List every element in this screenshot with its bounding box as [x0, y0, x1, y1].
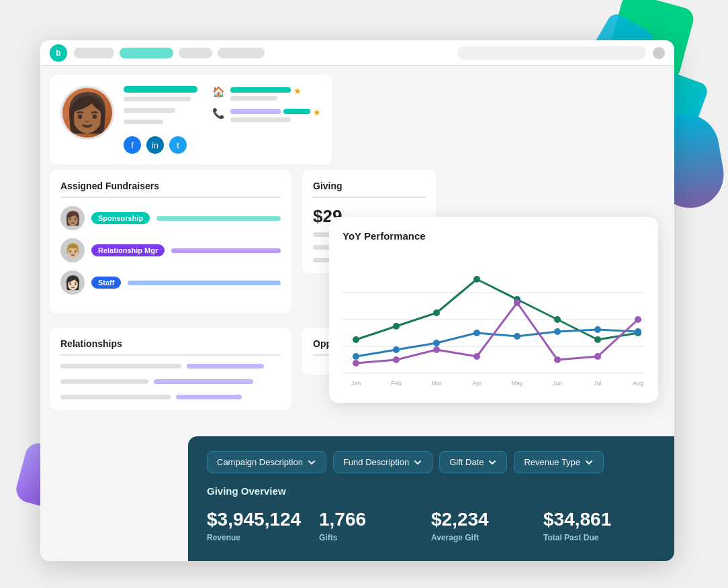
rel-bar-3a: [60, 395, 171, 399]
badge-sponsorship: Sponsorship: [91, 212, 150, 224]
home-star: ★: [293, 86, 302, 96]
yoy-chart-card: YoY Performance: [329, 217, 658, 403]
home-bar-1: [230, 87, 291, 93]
chevron-down-icon-fund: [413, 458, 422, 467]
phone-bar-1b: [283, 109, 310, 114]
svg-text:Jun: Jun: [553, 380, 563, 387]
phone-icon: 📞: [212, 107, 225, 119]
avatar-image: [62, 88, 112, 138]
chevron-down-icon-campaign: [307, 458, 316, 467]
svg-text:Feb: Feb: [391, 380, 402, 387]
profile-info: f in t: [124, 86, 203, 154]
badge-relationship: Relationship Mgr: [91, 244, 165, 256]
relationships-title: Relationships: [60, 338, 281, 356]
svg-point-15: [473, 330, 480, 336]
svg-point-24: [514, 299, 520, 306]
contact-phone-details: ★: [230, 107, 321, 122]
fundraiser-avatar-3: 👩🏻: [60, 271, 85, 295]
profile-bar-3: [124, 119, 163, 124]
rel-bar-1b: [187, 364, 264, 369]
svg-text:Aug: Aug: [633, 380, 643, 387]
profile-section: f in t 🏠 ★ �: [50, 75, 332, 164]
gift-date-dropdown[interactable]: Gift Date: [439, 451, 507, 473]
svg-point-12: [353, 353, 359, 360]
twitter-icon[interactable]: t: [169, 136, 187, 154]
facebook-icon[interactable]: f: [124, 136, 141, 154]
giving-mini-title: Giving: [313, 181, 426, 198]
fund-description-dropdown[interactable]: Fund Description: [333, 451, 433, 473]
revenue-type-label: Revenue Type: [524, 457, 580, 467]
contact-phone-row: 📞 ★: [212, 107, 321, 122]
svg-point-26: [594, 353, 601, 360]
svg-point-13: [393, 346, 400, 353]
svg-point-5: [393, 323, 400, 330]
stat-revenue-label: Revenue: [207, 533, 319, 542]
phone-bar-1: [230, 109, 281, 114]
rel-bar-3b: [176, 395, 242, 399]
svg-point-4: [353, 336, 359, 343]
svg-point-7: [473, 276, 480, 283]
svg-point-23: [473, 353, 480, 360]
fund-description-label: Fund Description: [343, 457, 409, 467]
contact-info: 🏠 ★ 📞 ★: [212, 86, 321, 122]
rel-bar-row-2: [60, 379, 281, 384]
browser-tab-4[interactable]: [218, 48, 265, 58]
svg-point-10: [594, 336, 601, 343]
browser-content: f in t 🏠 ★ �: [40, 66, 674, 561]
campaign-description-dropdown[interactable]: Campaign Description: [207, 451, 326, 473]
bottom-panel: Campaign Description Fund Description Gi…: [188, 436, 674, 561]
chevron-down-icon-revenue: [584, 458, 594, 467]
address-bar[interactable]: [457, 46, 646, 60]
profile-detail-bars: [124, 97, 203, 130]
svg-text:Mar: Mar: [431, 380, 442, 387]
relationships-card: Relationships: [50, 328, 291, 410]
contact-home-details: ★: [230, 86, 321, 101]
browser-tab-2[interactable]: [120, 48, 173, 58]
rel-bars: [60, 364, 281, 399]
fundraiser-row-3: 👩🏻 Staff: [60, 271, 281, 295]
giving-stats-row: $3,945,124 Revenue 1,766 Gifts $2,234 Av…: [207, 509, 655, 542]
revenue-type-dropdown[interactable]: Revenue Type: [514, 451, 604, 473]
contact-home-row: 🏠 ★: [212, 86, 321, 101]
fundraiser-avatar-2: 👨🏼: [60, 238, 85, 262]
profile-bar-1: [124, 97, 191, 101]
fundraiser-bar-1: [156, 216, 281, 221]
rel-bar-2b: [154, 379, 253, 384]
chart-title: YoY Performance: [343, 230, 645, 242]
browser-tab-3[interactable]: [179, 48, 212, 58]
stat-gifts-label: Gifts: [319, 533, 431, 542]
chevron-down-icon-gift: [488, 458, 497, 467]
stat-gifts: 1,766 Gifts: [319, 509, 431, 542]
stat-avg-gift-value: $2,234: [431, 509, 543, 530]
svg-text:Apr: Apr: [472, 380, 482, 387]
giving-overview-title: Giving Overview: [207, 485, 655, 497]
rel-bar-row-3: [60, 395, 281, 399]
stat-avg-gift: $2,234 Average Gift: [431, 509, 543, 542]
svg-point-20: [353, 360, 359, 366]
stat-past-due-label: Total Past Due: [543, 533, 655, 542]
browser-tab-1[interactable]: [74, 48, 114, 58]
linkedin-icon[interactable]: in: [146, 136, 164, 154]
stat-avg-gift-label: Average Gift: [431, 533, 543, 542]
fundraiser-row-1: 👩🏽 Sponsorship: [60, 206, 281, 230]
profile-name-bar: [124, 86, 197, 93]
stat-past-due: $34,861 Total Past Due: [543, 509, 655, 542]
campaign-description-label: Campaign Description: [217, 457, 303, 467]
fundraiser-row-2: 👨🏼 Relationship Mgr: [60, 238, 281, 262]
stat-revenue-value: $3,945,124: [207, 509, 319, 530]
rel-bar-2a: [60, 379, 148, 384]
svg-point-9: [554, 316, 561, 323]
svg-point-17: [554, 328, 561, 335]
svg-point-18: [594, 326, 601, 333]
rel-bar-1a: [60, 364, 181, 369]
svg-point-6: [433, 309, 440, 316]
stat-gifts-value: 1,766: [319, 509, 431, 530]
browser-window: b f in: [40, 40, 674, 561]
avatar: [60, 86, 114, 140]
svg-point-16: [514, 333, 520, 340]
gift-date-label: Gift Date: [449, 457, 484, 467]
app-logo: b: [50, 44, 67, 62]
filter-row: Campaign Description Fund Description Gi…: [207, 451, 655, 473]
svg-point-25: [554, 356, 561, 363]
svg-point-14: [433, 340, 440, 346]
